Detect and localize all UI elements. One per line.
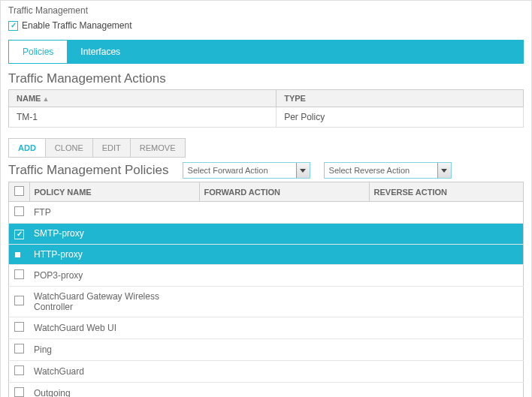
table-row[interactable]: FTP (9, 202, 524, 224)
select-all-header[interactable] (9, 182, 30, 202)
reverse-action-cell (369, 317, 523, 338)
action-type: Per Policy (277, 107, 524, 128)
row-checkbox-cell (9, 264, 30, 286)
row-checkbox[interactable] (14, 365, 24, 375)
policy-name-cell: POP3-proxy (29, 264, 199, 286)
enable-row: Enable Traffic Management (8, 20, 524, 31)
table-row[interactable]: WatchGuard Gateway Wireless Controller (9, 286, 524, 317)
reverse-action-text: Select Reverse Action (325, 166, 437, 175)
reverse-action-cell (369, 202, 523, 224)
forward-action-select[interactable]: Select Forward Action (183, 162, 310, 179)
actions-title: Traffic Management Actions (8, 71, 524, 86)
reverse-action-cell (369, 224, 523, 245)
reverse-action-cell (369, 264, 523, 286)
row-checkbox-cell (9, 224, 30, 245)
policies-table: POLICY NAME FORWARD ACTION REVERSE ACTIO… (8, 182, 524, 397)
forward-action-cell (199, 286, 369, 317)
tab-policies[interactable]: Policies (9, 41, 67, 63)
policy-icon (14, 251, 22, 259)
row-checkbox-cell (9, 338, 30, 360)
policy-name-cell: WatchGuard Gateway Wireless Controller (29, 286, 199, 317)
enable-checkbox[interactable] (8, 21, 18, 31)
row-checkbox-cell (9, 360, 30, 382)
row-checkbox[interactable] (14, 296, 24, 305)
reverse-action-cell (369, 244, 523, 264)
row-checkbox[interactable] (14, 269, 24, 279)
row-checkbox[interactable] (14, 230, 24, 239)
col-name[interactable]: NAME▲ (9, 90, 277, 107)
reverse-action-cell (369, 286, 523, 317)
policy-name-cell: SMTP-proxy (29, 224, 199, 245)
row-checkbox[interactable] (14, 344, 24, 353)
remove-button[interactable]: REMOVE (131, 139, 185, 157)
row-checkbox[interactable] (14, 206, 24, 216)
table-row[interactable]: SMTP-proxy (9, 224, 524, 245)
row-checkbox-cell (9, 244, 30, 264)
row-checkbox-cell (9, 202, 30, 224)
col-forward-action[interactable]: FORWARD ACTION (199, 182, 369, 202)
reverse-action-cell (369, 338, 523, 360)
actions-table: NAME▲ TYPE TM-1 Per Policy (8, 89, 524, 128)
policy-name-cell: FTP (29, 202, 199, 224)
policy-name-cell: WatchGuard (29, 360, 199, 382)
page-title: Traffic Management (8, 5, 524, 16)
clone-button[interactable]: CLONE (46, 139, 93, 157)
table-row[interactable]: POP3-proxy (9, 264, 524, 286)
actions-row[interactable]: TM-1 Per Policy (9, 107, 524, 128)
col-policy-name[interactable]: POLICY NAME (29, 182, 199, 202)
forward-action-cell (199, 382, 369, 397)
sort-icon: ▲ (42, 95, 49, 103)
policy-name-cell: HTTP-proxy (29, 244, 199, 264)
edit-button[interactable]: EDIT (93, 139, 131, 157)
toolbar: ADD CLONE EDIT REMOVE (8, 138, 186, 158)
policies-title: Traffic Management Policies (8, 163, 169, 178)
forward-action-cell (199, 317, 369, 338)
table-row[interactable]: WatchGuard Web UI (9, 317, 524, 338)
row-checkbox-cell (9, 286, 30, 317)
policy-name-cell: Ping (29, 338, 199, 360)
reverse-action-cell (369, 382, 523, 397)
add-button[interactable]: ADD (9, 139, 46, 157)
reverse-action-select[interactable]: Select Reverse Action (324, 162, 452, 179)
col-reverse-action[interactable]: REVERSE ACTION (369, 182, 523, 202)
forward-action-cell (199, 202, 369, 224)
chevron-down-icon[interactable] (437, 163, 451, 178)
policy-name-cell: WatchGuard Web UI (29, 317, 199, 338)
reverse-action-cell (369, 360, 523, 382)
forward-action-text: Select Forward Action (183, 166, 296, 175)
select-all-checkbox[interactable] (14, 186, 24, 196)
row-checkbox-cell (9, 382, 30, 397)
tabs: Policies Interfaces (8, 40, 524, 64)
forward-action-cell (199, 264, 369, 286)
row-checkbox-cell (9, 317, 30, 338)
row-checkbox[interactable] (14, 322, 24, 332)
forward-action-cell (199, 224, 369, 245)
tab-interfaces[interactable]: Interfaces (67, 41, 134, 63)
forward-action-cell (199, 338, 369, 360)
table-row[interactable]: WatchGuard (9, 360, 524, 382)
table-row[interactable]: Ping (9, 338, 524, 360)
enable-label: Enable Traffic Management (22, 20, 132, 31)
table-row[interactable]: HTTP-proxy (9, 244, 524, 264)
forward-action-cell (199, 244, 369, 264)
chevron-down-icon[interactable] (296, 163, 310, 178)
forward-action-cell (199, 360, 369, 382)
policy-name-cell: Outgoing (29, 382, 199, 397)
col-type[interactable]: TYPE (277, 90, 524, 107)
row-checkbox[interactable] (14, 387, 24, 397)
action-name: TM-1 (9, 107, 277, 128)
table-row[interactable]: Outgoing (9, 382, 524, 397)
